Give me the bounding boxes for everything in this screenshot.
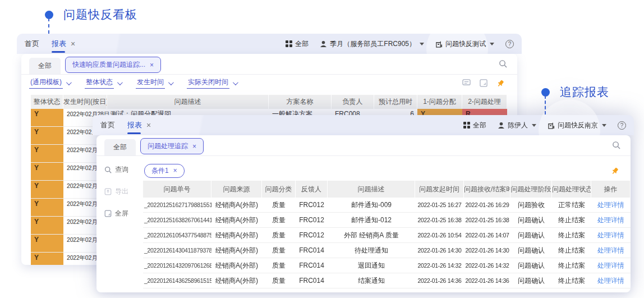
front-table: 问题单号问题来源问题分类反馈人问题描述问题发起时间问题接收/结案时间问题处理阶段…: [143, 181, 631, 288]
front-tab-active-label: 问题处理追踪: [148, 141, 188, 151]
reporter-cell: FRC014: [296, 243, 328, 258]
front-window-header: 首页 报表 × 全部 陈伊人 问题快反南京 ?: [93, 115, 634, 135]
front-nav-home[interactable]: 首页: [100, 118, 115, 132]
sidebar-fullscreen-label: 全屏: [115, 209, 128, 218]
issue-id-cell: _2022012516382670614410: [143, 213, 211, 228]
filter-label: 实际关闭时间: [187, 77, 229, 89]
front-nav-close-icon[interactable]: ×: [146, 121, 151, 130]
detail-link[interactable]: 处理详情: [591, 228, 631, 243]
back-scope-label: 全部: [295, 39, 309, 49]
search-icon[interactable]: [612, 141, 620, 152]
chevron-down-icon: [490, 43, 494, 45]
detail-link[interactable]: 处理详情: [591, 198, 631, 213]
user-icon: [498, 122, 505, 129]
chevron-down-icon: [420, 43, 424, 45]
source-cell: 经销商A(外部): [211, 213, 262, 228]
close-icon[interactable]: ×: [192, 143, 196, 150]
grid-icon: [463, 122, 470, 129]
sidebar-item-export[interactable]: 导出: [104, 187, 139, 196]
reporter-cell: FRC014: [296, 258, 328, 273]
back-nav-report[interactable]: 报表: [52, 36, 66, 51]
detail-link[interactable]: 处理详情: [591, 213, 631, 228]
front-sidebar: 查询 导出 全屏: [96, 156, 139, 292]
user-icon: [320, 40, 327, 48]
back-org-menu[interactable]: 问题快反测试: [435, 39, 494, 49]
issue-id-cell: _2022012614320970612689: [143, 258, 211, 273]
detail-link[interactable]: 处理详情: [591, 258, 631, 273]
end-time-cell: 2022-01-26 14:07: [464, 228, 510, 243]
sidebar-item-query[interactable]: 查询: [104, 165, 139, 175]
front-column-header: 问题分类: [262, 181, 296, 198]
start-time-cell: 2022-01-26 10:54: [415, 228, 464, 243]
comment-icon[interactable]: [462, 79, 471, 87]
issue-id-cell: _2022012614304118793789: [143, 243, 211, 258]
reporter-cell: FRC012: [296, 213, 328, 228]
front-table-row: _2022012614304118793789 经销商A(外部) 质量 FRC0…: [143, 243, 631, 258]
filter-dropdown[interactable]: 发生时间: [136, 77, 172, 89]
stage-cell: 问题确认: [510, 258, 552, 273]
status-cell: 终止结案: [552, 243, 591, 258]
front-report-card: 全部 问题处理追踪 × 查询 导出: [96, 135, 631, 292]
back-column-header: 整体状态: [31, 95, 63, 109]
reporter-cell: FRC012: [296, 228, 328, 243]
category-cell: 质量: [262, 213, 296, 228]
front-tab-active[interactable]: 问题处理追踪 ×: [140, 138, 204, 154]
callout-board-connector: [48, 18, 49, 34]
back-nav-close-icon[interactable]: ×: [71, 39, 75, 48]
help-icon[interactable]: ?: [505, 40, 514, 48]
back-tab-active[interactable]: 快速响应质量问题追踪... ×: [65, 57, 161, 73]
stage-cell: 问题确认: [510, 213, 552, 228]
front-nav-report[interactable]: 报表: [127, 118, 142, 132]
back-nav-home[interactable]: 首页: [25, 36, 39, 51]
front-column-header: 问题发起时间: [415, 181, 464, 198]
end-time-cell: 2022-01-26 14:30: [464, 243, 510, 258]
fullscreen-icon: [104, 210, 112, 217]
stage-cell: 问题确认: [510, 243, 552, 258]
category-cell: 质量: [262, 243, 296, 258]
start-time-cell: 2022-01-26 14:30: [415, 243, 464, 258]
chevron-down-icon: [602, 124, 606, 127]
detail-link[interactable]: 处理详情: [591, 243, 631, 258]
start-time-cell: 2022-01-25 16:27: [415, 198, 464, 213]
issue-id-cell: _2022012614362589615152: [143, 273, 211, 288]
filter-dropdown[interactable]: 实际关闭时间: [187, 77, 237, 89]
filter-dropdown[interactable]: (通用模板): [29, 77, 70, 89]
filter-label: 发生时间: [136, 77, 165, 89]
category-cell: 质量: [262, 198, 296, 213]
front-tab-all[interactable]: 全部: [104, 139, 136, 155]
search-icon[interactable]: [499, 59, 507, 70]
close-icon[interactable]: ×: [173, 167, 177, 175]
detail-link[interactable]: 处理详情: [591, 273, 631, 288]
front-window: 首页 报表 × 全部 陈伊人 问题快反南京 ? 全部: [93, 115, 634, 292]
filter-dropdown[interactable]: 整体状态: [85, 77, 121, 89]
front-main: 条件1 × 问题单号问题来源问题分类反馈人问题描述问题发起时间问题接收/结案时间…: [139, 156, 631, 292]
status-cell: 终止结案: [552, 273, 591, 288]
desc-cell: 邮件通知-012: [328, 213, 415, 228]
expand-icon[interactable]: [480, 79, 487, 87]
front-column-header: 问题接收/结案时间: [464, 181, 510, 198]
back-tab-all[interactable]: 全部: [29, 58, 61, 74]
help-icon[interactable]: ?: [618, 121, 626, 130]
front-report-tabs: 全部 问题处理追踪 ×: [96, 135, 631, 155]
chevron-down-icon: [532, 124, 536, 127]
pin-icon[interactable]: [496, 79, 505, 88]
condition-chip[interactable]: 条件1 ×: [144, 164, 185, 178]
start-time-cell: 2022-01-26 14:36: [415, 273, 464, 288]
desc-cell: 邮件通知-009: [328, 198, 415, 213]
status-cell: Y: [31, 253, 63, 265]
status-cell: Y: [31, 163, 63, 181]
front-table-row: _2022012516271798815518 经销商A(外部) 质量 FRC0…: [143, 198, 631, 213]
start-time-cell: 2022-01-25 16:38: [415, 213, 464, 228]
front-table-header: 问题单号问题来源问题分类反馈人问题描述问题发起时间问题接收/结案时间问题处理阶段…: [143, 181, 631, 198]
close-icon[interactable]: ×: [150, 61, 154, 69]
sidebar-item-fullscreen[interactable]: 全屏: [104, 209, 139, 218]
back-column-header: 1-问题分配: [417, 95, 462, 109]
front-scope-switch[interactable]: 全部: [463, 121, 486, 130]
back-scope-switch[interactable]: 全部: [286, 39, 309, 49]
back-user-menu[interactable]: 季月（服务部员工FRC905）: [320, 39, 424, 49]
pin-icon[interactable]: [611, 167, 619, 175]
front-org-menu[interactable]: 问题快反南京: [548, 121, 606, 130]
issue-id-cell: _2022012610543775488759: [143, 228, 211, 243]
front-user-menu[interactable]: 陈伊人: [498, 121, 536, 130]
status-cell: 终止结案: [552, 213, 591, 228]
